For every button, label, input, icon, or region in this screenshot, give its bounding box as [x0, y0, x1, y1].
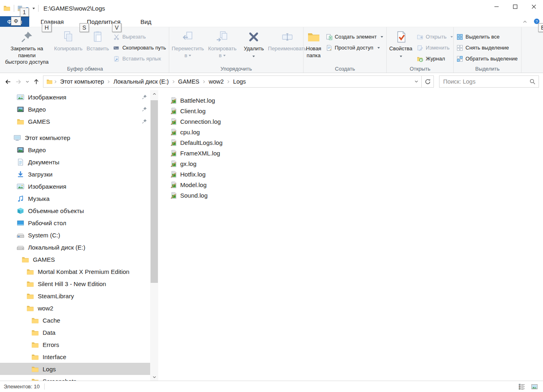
group-label-create: Создать [304, 66, 386, 72]
cut-button[interactable]: Вырезать [111, 31, 168, 42]
select-none-button[interactable]: Снять выделение [454, 42, 520, 53]
log-file-icon [170, 160, 177, 167]
sidebar-item-errors[interactable]: Errors [0, 338, 150, 351]
copy-icon [62, 30, 75, 43]
delete-button[interactable]: Удалить [242, 28, 266, 59]
sidebar-item-documents[interactable]: Документы [0, 156, 150, 168]
sidebar-item-games[interactable]: GAMES [0, 253, 150, 265]
sidebar-item-local-disk-e[interactable]: Локальный диск (E:) [0, 241, 150, 253]
new-folder-button[interactable]: Новая папка [304, 28, 323, 59]
sidebar-item-mortal-kombat[interactable]: Mortal Kombat X Premium Edition [0, 265, 150, 278]
sidebar-item-logs-selected[interactable]: Logs [0, 363, 150, 375]
sidebar-item-system-c[interactable]: System (C:) [0, 229, 150, 241]
sidebar-item-pictures-pinned[interactable]: Изображения [0, 91, 150, 103]
folder-icon [31, 329, 39, 336]
move-to-button[interactable]: Переместить в [170, 28, 206, 59]
file-item-cpu-log[interactable]: cpu.log [170, 127, 542, 137]
scroll-down-arrow[interactable] [150, 373, 158, 381]
sidebar-item-cache[interactable]: Cache [0, 314, 150, 326]
search-placeholder: Поиск: Logs [443, 78, 529, 85]
sidebar-item-steamlibrary[interactable]: SteamLibrary [0, 290, 150, 302]
sidebar-item-downloads[interactable]: Загрузки [0, 168, 150, 180]
titlebar: E:\GAMES\wow2\Logs [0, 0, 543, 16]
file-item-client-log[interactable]: Client.log [170, 106, 542, 116]
details-view-button[interactable] [517, 382, 527, 391]
delete-x-icon [247, 30, 260, 43]
breadcrumb-logs[interactable]: Logs [230, 78, 248, 85]
up-button[interactable] [31, 75, 41, 88]
tab-home[interactable]: Главная [30, 16, 74, 27]
sidebar-item-screenshots-clipped[interactable]: Screenshots [0, 375, 150, 381]
breadcrumb-games[interactable]: GAMES [175, 78, 202, 85]
sidebar-item-interface[interactable]: Interface [0, 351, 150, 363]
scissors-icon [113, 34, 120, 40]
address-breadcrumb-bar[interactable]: Этот компьютер Локальный диск (E:) GAMES… [43, 75, 422, 88]
select-none-icon [457, 45, 463, 51]
log-file-icon [170, 129, 177, 136]
sidebar-item-pictures[interactable]: Изображения [0, 180, 150, 192]
breadcrumb-wow2[interactable]: wow2 [206, 78, 226, 85]
scrollbar-thumb[interactable] [151, 100, 158, 283]
history-button[interactable]: Журнал [414, 53, 455, 64]
sidebar-item-desktop[interactable]: Рабочий стол [0, 217, 150, 229]
maximize-button[interactable] [506, 0, 524, 13]
file-item-connection-log[interactable]: Connection.log [170, 116, 542, 127]
breadcrumb-chevron-icon [54, 80, 57, 84]
chevron-down-icon [32, 8, 35, 9]
scroll-up-arrow[interactable] [150, 90, 158, 97]
pin-to-quick-access-button[interactable]: Закрепить на панели быстрого доступа [2, 28, 52, 66]
sidebar-item-this-pc[interactable]: Этот компьютер [0, 131, 150, 144]
tab-view[interactable]: Вид [134, 16, 158, 27]
refresh-icon [424, 78, 431, 85]
sidebar-scrollbar[interactable] [150, 90, 158, 381]
customize-qat-button[interactable] [31, 4, 35, 12]
properties-button[interactable]: Свойства [387, 28, 414, 59]
breadcrumb-drive-e[interactable]: Локальный диск (E:) [110, 78, 171, 85]
easy-access-button[interactable]: Простой доступ [323, 42, 386, 53]
thumbnails-view-button[interactable] [529, 382, 540, 391]
minimize-button[interactable] [487, 0, 506, 13]
paste-shortcut-button[interactable]: Вставить ярлык [111, 53, 168, 64]
copy-path-button[interactable]: Скопировать путь [111, 42, 168, 53]
documents-icon [17, 158, 24, 166]
file-item-battlenet-log[interactable]: BattleNet.log [170, 95, 542, 106]
ribbon-group-organize: Переместить в Копировать в Удалить Переи… [169, 27, 304, 73]
address-dropdown-button[interactable] [412, 76, 421, 87]
file-item-hotfix-log[interactable]: Hotfix.log [170, 169, 542, 179]
select-all-button[interactable]: Выделить все [454, 31, 520, 42]
copy-to-button[interactable]: Копировать в [206, 28, 239, 59]
sidebar-item-music[interactable]: Музыка [0, 192, 150, 205]
rename-button[interactable]: Переименовать [266, 28, 308, 52]
sidebar-item-data[interactable]: Data [0, 326, 150, 338]
refresh-button[interactable] [422, 75, 434, 88]
forward-button[interactable] [13, 75, 24, 88]
open-button[interactable]: Открыть [414, 31, 455, 42]
sidebar-item-videos-pinned[interactable]: Видео [0, 103, 150, 115]
file-item-gx-log[interactable]: gx.log [170, 158, 542, 169]
breadcrumb-this-pc[interactable]: Этот компьютер [57, 78, 107, 85]
file-item-defaultlogs-log[interactable]: DefaultLogs.log [170, 137, 542, 148]
group-label-clipboard: Буфер обмена [1, 66, 169, 72]
file-item-framexml-log[interactable]: FrameXML.log [170, 148, 542, 158]
folder-icon [22, 256, 29, 263]
pin-icon [142, 118, 147, 124]
sidebar-item-silent-hill[interactable]: Silent Hill 3 - New Edition [0, 278, 150, 290]
select-all-icon [457, 34, 463, 40]
file-item-model-log[interactable]: Model.log [170, 179, 542, 190]
folder-icon [31, 317, 39, 324]
up-arrow-icon [33, 78, 40, 85]
desktop-icon [17, 219, 24, 227]
sidebar-item-wow2[interactable]: wow2 [0, 302, 150, 314]
invert-selection-button[interactable]: Обратить выделение [454, 53, 520, 64]
sidebar-item-videos[interactable]: Видео [0, 144, 150, 156]
file-item-sound-log[interactable]: Sound.log [170, 190, 542, 200]
back-button[interactable] [2, 75, 13, 88]
sidebar-item-3d-objects[interactable]: Объемные объекты [0, 205, 150, 217]
edit-button[interactable]: Изменить [414, 42, 455, 53]
sidebar-item-games-pinned[interactable]: GAMES [0, 115, 150, 127]
recent-locations-button[interactable] [24, 75, 31, 88]
close-button[interactable] [524, 0, 543, 13]
new-item-button[interactable]: Создать элемент [323, 31, 386, 42]
search-box[interactable]: Поиск: Logs [439, 75, 539, 88]
collapse-ribbon-button[interactable] [522, 19, 528, 26]
